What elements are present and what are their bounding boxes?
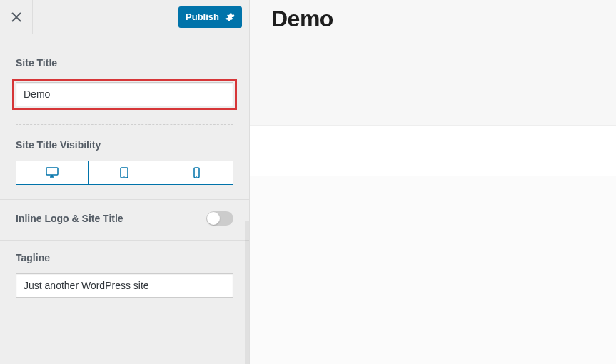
site-title-input[interactable] [16, 82, 233, 106]
svg-point-2 [124, 176, 126, 177]
divider [16, 124, 233, 125]
site-preview: Demo [250, 0, 616, 364]
tablet-icon [120, 167, 128, 178]
site-title-label: Site Title [16, 57, 233, 69]
tagline-section: Tagline [0, 241, 249, 312]
topbar: Publish [0, 0, 249, 34]
desktop-icon [46, 167, 59, 178]
visibility-mobile-button[interactable] [161, 161, 233, 184]
svg-point-4 [196, 176, 197, 176]
toggle-knob [207, 212, 220, 225]
visibility-label: Site Title Visibility [16, 139, 233, 151]
tagline-input[interactable] [16, 273, 233, 298]
close-icon [11, 11, 22, 23]
gear-icon [225, 12, 235, 22]
visibility-desktop-button[interactable] [16, 161, 89, 184]
site-title-highlight [12, 79, 237, 110]
preview-header: Demo [250, 0, 616, 126]
preview-body-bottom [250, 176, 616, 364]
mobile-icon [193, 167, 200, 178]
scrollbar[interactable] [245, 221, 249, 364]
visibility-tablet-button[interactable] [89, 161, 161, 184]
publish-button[interactable]: Publish [178, 6, 242, 28]
close-button[interactable] [0, 0, 33, 34]
preview-body-top [250, 126, 616, 176]
tagline-label: Tagline [16, 252, 233, 263]
preview-site-title: Demo [271, 6, 333, 32]
inline-logo-toggle[interactable] [206, 211, 233, 226]
svg-rect-0 [46, 168, 58, 175]
customizer-sidebar: Publish Site Title Site Title Visibility [0, 0, 250, 364]
inline-logo-label: Inline Logo & Site Title [16, 213, 123, 224]
publish-label: Publish [186, 11, 219, 22]
visibility-toggle-group [16, 161, 233, 185]
inline-logo-section: Inline Logo & Site Title [0, 200, 249, 241]
site-title-section: Site Title Site Title Visibility [0, 34, 249, 200]
